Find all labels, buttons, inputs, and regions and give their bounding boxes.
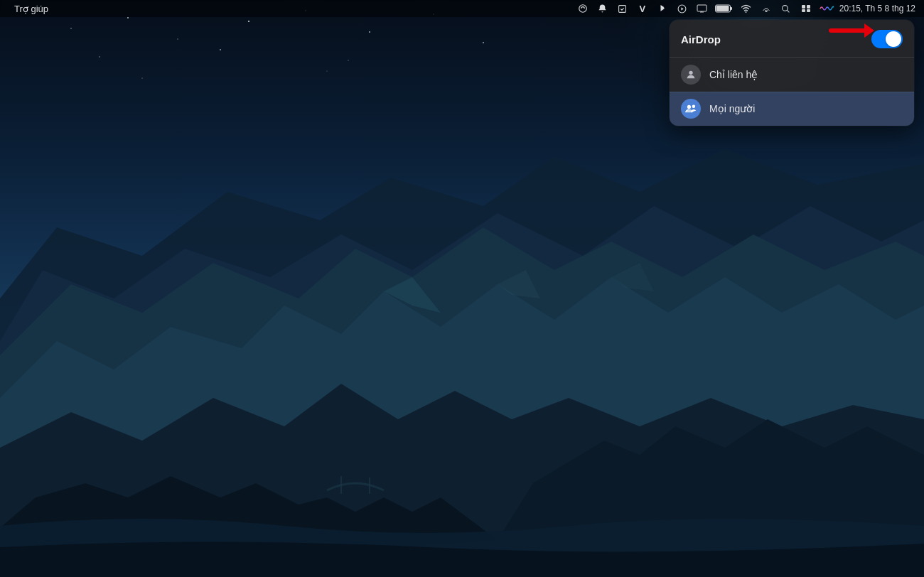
arrow-indicator [829, 23, 874, 38]
help-menu[interactable]: Trợ giúp [9, 4, 54, 14]
svg-rect-18 [619, 5, 626, 12]
svg-point-7 [369, 31, 370, 33]
svg-point-17 [579, 5, 587, 13]
airdrop-popup: AirDrop Chỉ liên hệ Mọi người [670, 20, 914, 126]
clock: 20:15, Th 5 8 thg 12 [839, 4, 915, 14]
svg-point-4 [177, 38, 178, 39]
svg-point-36 [687, 105, 691, 109]
task-icon[interactable] [615, 1, 630, 16]
search-icon[interactable] [778, 1, 794, 16]
v-icon[interactable]: V [635, 1, 650, 16]
contacts-only-label: Chỉ liên hệ [709, 69, 758, 80]
everyone-icon [681, 99, 701, 119]
svg-point-27 [746, 11, 747, 13]
menubar-right: V [575, 1, 915, 16]
svg-point-14 [326, 70, 327, 71]
svg-rect-31 [802, 5, 805, 9]
svg-point-13 [141, 77, 143, 79]
airdrop-title: AirDrop [681, 33, 721, 45]
menubar: Trợ giúp V [0, 0, 924, 17]
svg-point-11 [220, 49, 221, 50]
svg-marker-20 [682, 7, 684, 10]
svg-rect-25 [716, 6, 729, 11]
svg-point-29 [783, 5, 788, 11]
siri-icon[interactable] [818, 1, 835, 16]
svg-point-3 [127, 17, 129, 18]
svg-point-37 [692, 105, 696, 109]
svg-rect-26 [731, 7, 733, 10]
svg-point-9 [483, 42, 484, 43]
creative-cloud-icon[interactable] [575, 1, 591, 16]
svg-point-5 [248, 21, 249, 22]
menubar-left: Trợ giúp [9, 4, 54, 14]
battery-icon[interactable] [714, 1, 734, 16]
display-icon[interactable] [694, 1, 710, 16]
everyone-item[interactable]: Mọi người [670, 92, 914, 126]
svg-rect-33 [802, 9, 805, 12]
everyone-label: Mọi người [709, 103, 755, 114]
arrow-body [829, 28, 864, 33]
svg-point-10 [99, 56, 100, 58]
airdrop-header: AirDrop [670, 20, 914, 57]
play-icon[interactable] [675, 1, 690, 16]
svg-marker-28 [765, 11, 768, 12]
svg-point-2 [70, 28, 72, 29]
svg-point-35 [689, 70, 692, 74]
control-center-icon[interactable] [798, 1, 814, 16]
svg-rect-21 [697, 5, 707, 11]
airplay-icon[interactable] [758, 1, 774, 16]
svg-rect-34 [807, 9, 810, 12]
bluetooth-icon[interactable] [655, 1, 670, 16]
contacts-only-item[interactable]: Chỉ liên hệ [670, 58, 914, 92]
airdrop-toggle[interactable] [871, 30, 903, 48]
svg-rect-32 [807, 5, 810, 9]
wifi-icon[interactable] [738, 1, 754, 16]
arrow-head [864, 23, 874, 38]
svg-line-30 [787, 10, 789, 12]
contacts-icon [681, 65, 701, 85]
notification-icon[interactable] [595, 1, 611, 16]
svg-point-12 [348, 60, 348, 60]
